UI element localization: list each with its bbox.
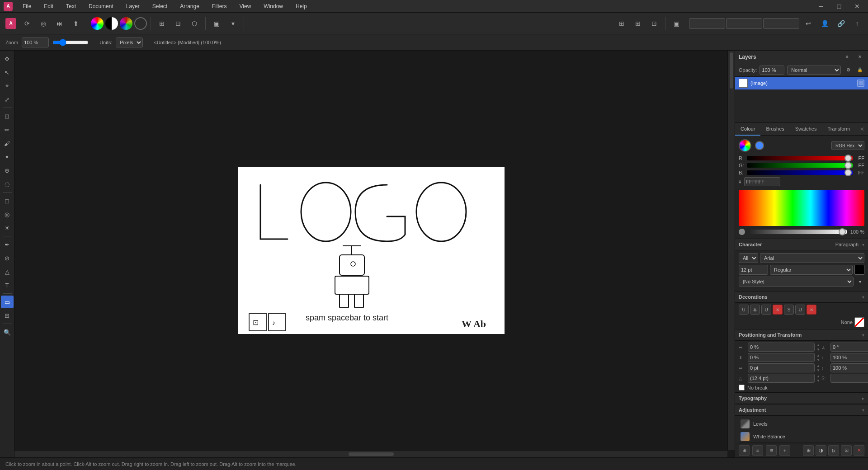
action-btn[interactable]: ⊡: [647, 16, 661, 31]
positioning-header[interactable]: Positioning and Transform ▾: [735, 329, 868, 341]
pos-y-input[interactable]: [748, 353, 815, 362]
font-style-select[interactable]: Regular: [770, 265, 853, 275]
layers-list-btn[interactable]: ≡: [752, 445, 763, 456]
layers-menu-btn[interactable]: ≡: [843, 52, 852, 61]
export-btn[interactable]: ↑: [850, 16, 864, 31]
marquee-btn[interactable]: ⊡: [171, 16, 185, 31]
menu-document[interactable]: Document: [86, 2, 116, 10]
brush-tool[interactable]: 🖌: [1, 137, 14, 150]
pos-y-stepper[interactable]: ▲▼: [816, 353, 820, 362]
shape-tool[interactable]: △: [1, 265, 14, 278]
text-tool[interactable]: T: [1, 279, 14, 291]
share-btn[interactable]: ⬆: [69, 16, 83, 31]
minimize-btn[interactable]: ─: [814, 0, 828, 14]
leading-stepper[interactable]: ▲▼: [816, 374, 820, 383]
deco-u-btn[interactable]: U: [739, 305, 749, 315]
snap-btn[interactable]: ⊞: [631, 16, 645, 31]
crop-tool[interactable]: ⊡: [1, 110, 14, 122]
menu-file[interactable]: File: [20, 2, 34, 10]
healing-tool[interactable]: ✦: [1, 150, 14, 163]
font-size-input[interactable]: [739, 265, 768, 275]
tab-colour[interactable]: Colour: [735, 123, 760, 136]
clone-tool[interactable]: ⊕: [1, 164, 14, 177]
link-btn[interactable]: 🔗: [834, 16, 848, 31]
layer-del-btn[interactable]: ✕: [854, 445, 864, 456]
burn-tool[interactable]: ☀: [1, 221, 14, 234]
layer-group-btn[interactable]: ⊞: [803, 445, 814, 456]
layers-thumb-btn[interactable]: ≋: [766, 445, 777, 456]
text-color-swatch[interactable]: [854, 265, 864, 275]
retouch-tool[interactable]: ◌: [1, 178, 14, 190]
deco-u2-btn[interactable]: U: [761, 305, 771, 315]
decorations-header[interactable]: Decorations ▾: [735, 291, 868, 303]
color-wheel-icon[interactable]: [739, 139, 751, 152]
color-picker-dot[interactable]: [755, 141, 764, 150]
language-select[interactable]: All: [739, 253, 758, 263]
r-slider-thumb[interactable]: [844, 155, 852, 162]
select-tool[interactable]: ↖: [1, 66, 14, 79]
rect2-tool[interactable]: ⊞: [1, 309, 14, 322]
layer-mask-btn[interactable]: ◑: [816, 445, 826, 456]
pos-x-stepper[interactable]: ▲▼: [816, 343, 820, 352]
end-btn[interactable]: ⏭: [52, 16, 67, 31]
character-section-header[interactable]: Character Paragraph ▾: [735, 239, 868, 250]
no-style-select[interactable]: [No Style]: [739, 277, 854, 287]
adjustment-header[interactable]: Adjustment ▾: [735, 404, 868, 416]
opacity-slider[interactable]: [749, 230, 847, 234]
menu-edit[interactable]: Edit: [41, 2, 56, 10]
tab-brushes[interactable]: Brushes: [760, 123, 789, 136]
menu-view[interactable]: View: [237, 2, 254, 10]
g-slider-thumb[interactable]: [844, 162, 852, 169]
deco-x2-btn[interactable]: ✕: [807, 305, 816, 315]
node-tool[interactable]: ⌖: [1, 80, 14, 92]
layer-fx-btn[interactable]: fx: [828, 445, 839, 456]
eraser-tool[interactable]: ◻: [1, 194, 14, 207]
sync-btn[interactable]: ⟳: [20, 16, 34, 31]
artboard[interactable]: spam spacebar to start ⊡ ♪ W Ab: [238, 167, 505, 334]
tab-swatches[interactable]: Swatches: [790, 123, 822, 136]
menu-arrange[interactable]: Arrange: [177, 2, 202, 10]
deco-u3-btn[interactable]: U: [795, 305, 805, 315]
menu-text[interactable]: Text: [63, 2, 79, 10]
menu-window[interactable]: Window: [261, 2, 286, 10]
frame-btn[interactable]: ▣: [209, 16, 224, 31]
font-select[interactable]: Arial: [760, 253, 864, 263]
arrow-btn[interactable]: ▾: [226, 16, 240, 31]
color-format-select[interactable]: RGB Hex: [831, 141, 864, 150]
paint-tool[interactable]: ✏: [1, 123, 14, 136]
layer-options-btn[interactable]: ⚙: [844, 66, 853, 75]
deco-s2-btn[interactable]: S: [784, 305, 794, 315]
zoom-tool[interactable]: 🔍: [1, 326, 14, 338]
hex-input[interactable]: [744, 177, 780, 186]
canvas-area[interactable]: spam spacebar to start ⊡ ♪ W Ab: [14, 51, 735, 457]
pos-s-select[interactable]: [830, 374, 868, 383]
no-break-checkbox[interactable]: [739, 385, 745, 390]
paragraph-tab[interactable]: Paragraph: [835, 242, 859, 247]
h-scrollbar[interactable]: [14, 450, 727, 457]
menu-layer[interactable]: Layer: [123, 2, 142, 10]
grid-btn[interactable]: ⊞: [155, 16, 169, 31]
panel-close-btn[interactable]: ✕: [856, 126, 868, 132]
people-btn[interactable]: 👤: [817, 16, 832, 31]
pos-scale-input[interactable]: [830, 353, 868, 362]
layers-close-btn[interactable]: ✕: [855, 52, 864, 61]
pos-z-stepper[interactable]: ▲▼: [816, 364, 820, 372]
b-slider-thumb[interactable]: [844, 169, 852, 176]
zoom-input[interactable]: [22, 38, 49, 47]
affinity-btn[interactable]: A: [4, 16, 18, 31]
maximize-btn[interactable]: □: [832, 0, 846, 14]
menu-help[interactable]: Help: [293, 2, 310, 10]
macro-btn[interactable]: ▣: [669, 16, 684, 31]
circle-btn[interactable]: [134, 17, 147, 30]
deco-color-swatch[interactable]: [854, 317, 864, 327]
pos-scale2-input[interactable]: [830, 363, 868, 372]
history-btn[interactable]: ↩: [801, 16, 816, 31]
layer-lock-btn[interactable]: 🔒: [855, 66, 864, 75]
menu-filters[interactable]: Filters: [209, 2, 230, 10]
tab-transform[interactable]: Transform: [822, 123, 855, 136]
layer-row[interactable]: (Image): [735, 77, 868, 89]
move-tool[interactable]: ✥: [1, 52, 14, 65]
transform-tool[interactable]: ⤢: [1, 93, 14, 106]
rect-tool[interactable]: ▭: [1, 296, 14, 308]
contrast-btn[interactable]: [105, 17, 118, 30]
